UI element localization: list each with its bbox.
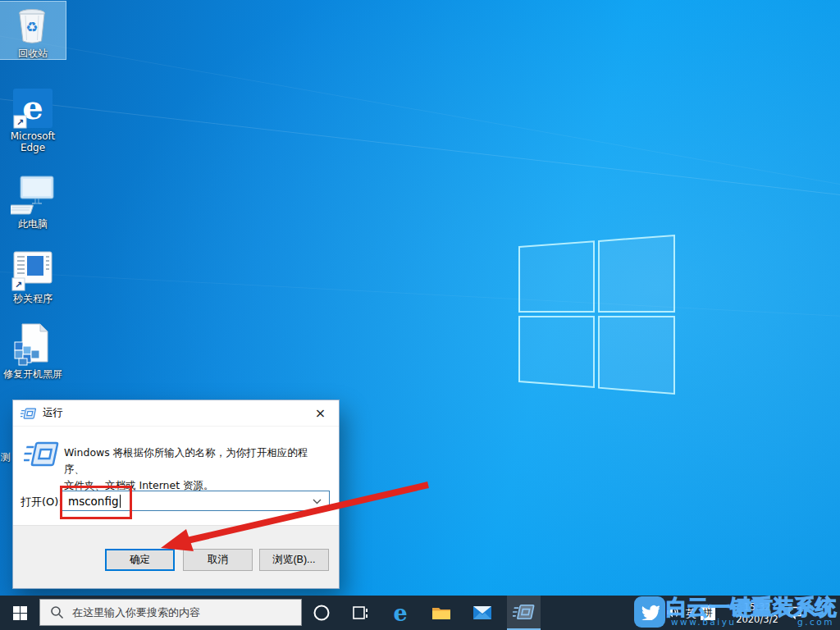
dialog-description: Windows 将根据你所输入的名称，为你打开相应的程序、 文件夹、文档或 In… bbox=[64, 445, 326, 494]
run-icon-large bbox=[24, 440, 60, 469]
desktop-icon-label: 秒关程序 bbox=[0, 293, 66, 304]
registry-file-icon bbox=[0, 322, 66, 367]
file-explorer-icon bbox=[431, 605, 451, 621]
run-icon bbox=[513, 603, 536, 621]
light-ray bbox=[0, 33, 840, 198]
desktop-icon-quick-close-program[interactable]: ↗ 秒关程序 bbox=[0, 247, 66, 304]
recycle-bin-icon: ♻ bbox=[0, 2, 66, 46]
cortana-button[interactable] bbox=[304, 596, 340, 630]
close-icon[interactable]: × bbox=[302, 400, 339, 426]
run-dialog: 运行 × Windows 将根据你所输入的名称，为你打开相应的程序、 文件夹、文… bbox=[12, 399, 340, 589]
watermark-title: 白云一键重装系统 bbox=[666, 593, 837, 622]
description-line1: Windows 将根据你所输入的名称，为你打开相应的程序、 bbox=[64, 445, 326, 477]
run-command-value: msconfig bbox=[68, 495, 119, 508]
watermark-twitter-icon bbox=[634, 596, 665, 628]
desktop-icon-label: 回收站 bbox=[0, 48, 66, 59]
taskbar-run-button-active[interactable] bbox=[507, 596, 541, 630]
taskbar-mail-button[interactable] bbox=[464, 596, 500, 630]
windows-logo-icon bbox=[13, 606, 27, 620]
task-view-icon bbox=[353, 605, 369, 620]
mail-icon bbox=[472, 605, 492, 620]
windows-wallpaper-logo bbox=[492, 221, 722, 410]
task-view-button[interactable] bbox=[343, 596, 379, 630]
run-command-input[interactable]: msconfig bbox=[62, 491, 330, 511]
desktop-icon-fix-black-screen[interactable]: 修复开机黑屏 bbox=[0, 322, 66, 380]
dialog-title: 运行 bbox=[43, 406, 63, 420]
chevron-down-icon[interactable] bbox=[313, 499, 322, 504]
program-window-icon: ↗ bbox=[11, 247, 55, 291]
run-icon bbox=[21, 407, 37, 420]
desktop-icon-this-pc[interactable]: 此电脑 bbox=[0, 172, 66, 230]
cancel-button[interactable]: 取消 bbox=[183, 549, 253, 571]
taskbar-explorer-button[interactable] bbox=[423, 596, 459, 630]
desktop-icon-label: 修复开机黑屏 bbox=[0, 368, 66, 380]
svg-text:♻: ♻ bbox=[25, 19, 38, 35]
this-pc-icon bbox=[0, 172, 66, 217]
ok-button[interactable]: 确定 bbox=[105, 549, 175, 571]
light-ray bbox=[0, 97, 840, 204]
desktop-icon-label: 此电脑 bbox=[0, 218, 66, 230]
taskbar-edge-button[interactable]: e bbox=[382, 596, 418, 630]
open-label: 打开(O): bbox=[21, 495, 62, 509]
cortana-icon bbox=[313, 604, 331, 622]
edge-icon: e ↗ bbox=[11, 84, 54, 129]
desktop-icon-label-partial[interactable]: 测 bbox=[1, 450, 12, 464]
text-caret bbox=[120, 495, 121, 508]
svg-text:↗: ↗ bbox=[15, 280, 22, 290]
edge-icon: e bbox=[393, 600, 407, 626]
browse-button[interactable]: 浏览(B)... bbox=[259, 549, 329, 571]
start-button[interactable] bbox=[0, 596, 39, 630]
search-placeholder: 在这里输入你要搜索的内容 bbox=[72, 605, 200, 620]
run-dialog-titlebar[interactable]: 运行 × bbox=[13, 400, 339, 427]
desktop-icon-label: Microsoft Edge bbox=[0, 130, 66, 154]
svg-text:↗: ↗ bbox=[16, 117, 24, 128]
desktop-icon-microsoft-edge[interactable]: e ↗ Microsoft Edge bbox=[0, 84, 66, 154]
search-icon bbox=[50, 605, 64, 619]
desktop-icon-recycle-bin[interactable]: ♻ 回收站 bbox=[0, 2, 66, 59]
taskbar-search-input[interactable]: 在这里输入你要搜索的内容 bbox=[39, 599, 302, 626]
